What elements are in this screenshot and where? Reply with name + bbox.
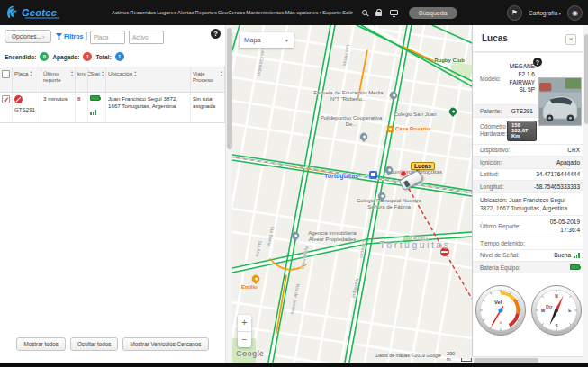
tiempo-detenido-label: Tiempo detenido: bbox=[480, 240, 525, 246]
cell-placa: GTS291 bbox=[14, 106, 35, 112]
ubicacion-label: Ubicación: bbox=[480, 197, 507, 203]
header-km[interactable]: km/ bbox=[76, 67, 88, 92]
close-icon[interactable]: × bbox=[565, 34, 576, 45]
top-navigation-bar: Geotec Activos Recorridos Lugares Alerta… bbox=[0, 0, 588, 25]
list-footer-buttons: Mostrar todos Ocultar todos Mostrar Vehí… bbox=[0, 337, 225, 351]
flag-button[interactable]: ⚑ bbox=[507, 5, 522, 21]
help-icon[interactable]: ? bbox=[211, 29, 221, 39]
scale-bar bbox=[461, 358, 472, 362]
dir-label: Dir bbox=[546, 303, 552, 309]
row-ignicion: Ignición: Apagado bbox=[473, 156, 583, 168]
map-type-dropdown[interactable]: Mapa ▼ bbox=[240, 32, 294, 48]
topbar-right-group: ⚑ Cartografía ◉ bbox=[507, 0, 583, 25]
ultimo-reporte-value: 05-05-2019 17:36:4 bbox=[550, 218, 580, 236]
left-panel-scrollbar[interactable] bbox=[225, 25, 232, 363]
cell-km: 8 bbox=[76, 93, 88, 122]
scale-text: 200 m bbox=[447, 351, 459, 362]
map-container[interactable]: Mapa ▼ Rugby Club Escuela de Educación M… bbox=[232, 25, 472, 363]
topbar-icon-group bbox=[362, 9, 398, 16]
menu-mantenimientos[interactable]: Mantenimientos bbox=[246, 10, 284, 15]
vehicle-name-tag[interactable]: Lucas bbox=[411, 162, 435, 170]
header-ultimo-reporte[interactable]: Último reporte bbox=[41, 67, 76, 92]
row-dispositivo: Dispositivo: CRX bbox=[473, 144, 583, 157]
mostrar-todos-button[interactable]: Mostrar todos bbox=[16, 337, 66, 351]
activo-input[interactable] bbox=[129, 31, 164, 44]
cartography-dropdown[interactable]: Cartografía bbox=[529, 10, 561, 16]
detail-header: Lucas × bbox=[473, 25, 583, 52]
header-placa[interactable]: Placa bbox=[13, 67, 41, 92]
ignicion-value: Apagado bbox=[556, 159, 580, 166]
menu-salir[interactable]: Salir bbox=[342, 10, 353, 15]
zoom-in-button[interactable]: + bbox=[238, 315, 251, 332]
header-viaje-proceso[interactable]: Viaje Proceso bbox=[191, 67, 225, 92]
menu-recorridos[interactable]: Recorridos bbox=[130, 10, 156, 15]
zoom-out-button[interactable]: − bbox=[238, 332, 251, 348]
vehicle-summary-block: Modelo: MEGANE F2 1.6 FAIRWAY SL 5P Pate… bbox=[473, 52, 583, 144]
chevron-down-icon: ▼ bbox=[285, 38, 289, 43]
model-help-icon[interactable]: ? bbox=[533, 58, 542, 67]
signal-bars-icon bbox=[90, 110, 96, 115]
ignition-off-icon bbox=[14, 95, 23, 103]
mostrar-vehiculos-cercanos-button[interactable]: Mostrar Vehículos Cercanos bbox=[122, 337, 208, 351]
battery-icon bbox=[90, 95, 100, 101]
map-attribution: Datos de mapas ©2019 Google bbox=[340, 353, 441, 358]
divider: | bbox=[86, 31, 87, 40]
vel-label: Vel bbox=[493, 300, 502, 305]
select-all-checkbox[interactable] bbox=[2, 70, 10, 78]
map-canvas[interactable] bbox=[232, 25, 472, 363]
senal-text: Buena bbox=[554, 252, 571, 258]
signal-bars-icon bbox=[574, 253, 580, 258]
odometro-badge: 158 102,67 Km bbox=[507, 121, 537, 141]
filtros-label: Filtros bbox=[64, 33, 83, 40]
monitor-icon[interactable] bbox=[390, 10, 398, 16]
odometro-label: Odómetro Hardware: bbox=[480, 123, 507, 139]
row-latitud: Latitud: -34.47176444444 bbox=[473, 168, 583, 181]
google-logo: Google bbox=[236, 349, 264, 358]
menu-activos[interactable]: Activos bbox=[112, 10, 129, 15]
dispositivo-value: CRX bbox=[567, 147, 580, 153]
menu-geocercas[interactable]: GeoCercas bbox=[218, 10, 245, 15]
lock-icon[interactable] bbox=[375, 12, 382, 16]
menu-mas-opciones[interactable]: Más opciones bbox=[285, 10, 321, 15]
menu-alertas[interactable]: Alertas bbox=[177, 10, 194, 15]
row-tiempo-detenido: Tiempo detenido: bbox=[473, 237, 583, 249]
table-row[interactable]: GTS291 3 minutos 8 Juan Francisco Seguí … bbox=[0, 93, 225, 123]
scrollbar-thumb[interactable] bbox=[584, 34, 588, 124]
casa-rosario-icon[interactable] bbox=[387, 126, 394, 132]
placa-input[interactable] bbox=[90, 31, 125, 44]
header-stat[interactable]: Stat bbox=[88, 67, 106, 92]
row-checkbox-checked[interactable] bbox=[2, 95, 10, 103]
menu-reportes[interactable]: Reportes bbox=[195, 10, 217, 15]
profile-button[interactable]: ◉ bbox=[567, 5, 583, 21]
ocultar-todos-button[interactable]: Ocultar todos bbox=[70, 337, 118, 351]
user-circle-icon: ◉ bbox=[572, 9, 578, 17]
filtros-toggle[interactable]: Filtros bbox=[56, 33, 83, 40]
menu-soporte[interactable]: Soporte bbox=[322, 10, 341, 15]
train-station-icon[interactable] bbox=[369, 171, 377, 179]
logo-tagline bbox=[25, 17, 59, 19]
app-logo[interactable]: Geotec bbox=[5, 5, 112, 21]
filter-funnel-icon bbox=[56, 33, 62, 40]
vehicle-list-panel: Opciones... Filtros | ? Encendido: 0 Apa… bbox=[0, 25, 225, 363]
cell-ultimo-reporte: 3 minutos bbox=[41, 93, 76, 122]
row-nivel-senal: Nivel de Señal: Buena bbox=[473, 249, 583, 262]
nivel-senal-value: Buena bbox=[554, 252, 580, 258]
total-label: Total: bbox=[95, 54, 111, 60]
menu-lugares[interactable]: Lugares bbox=[157, 10, 176, 15]
busqueda-button[interactable]: Búsqueda bbox=[409, 7, 457, 19]
detail-title: Lucas bbox=[482, 33, 508, 43]
opciones-button[interactable]: Opciones... bbox=[5, 30, 51, 43]
ultimo-hora: 17:36:4 bbox=[560, 227, 580, 233]
bateria-label: Batería Equipo: bbox=[480, 264, 520, 271]
row-ultimo-reporte: Último Reporte: 05-05-2019 17:36:4 bbox=[473, 215, 583, 237]
compass-west: W bbox=[540, 309, 545, 313]
right-panel-horizontal-scrollbar[interactable] bbox=[472, 356, 583, 363]
scrollbar-thumb[interactable] bbox=[227, 28, 232, 149]
header-ubicacion[interactable]: Ubicación bbox=[106, 67, 191, 92]
bottom-bar bbox=[0, 363, 588, 367]
search-icon[interactable] bbox=[362, 10, 367, 15]
filter-toolbar: Opciones... Filtros | ? bbox=[0, 25, 225, 49]
total-count-badge: 1 bbox=[115, 52, 124, 61]
scrollbar-thumb[interactable] bbox=[474, 358, 538, 363]
right-panel-vertical-scrollbar[interactable] bbox=[583, 25, 588, 363]
